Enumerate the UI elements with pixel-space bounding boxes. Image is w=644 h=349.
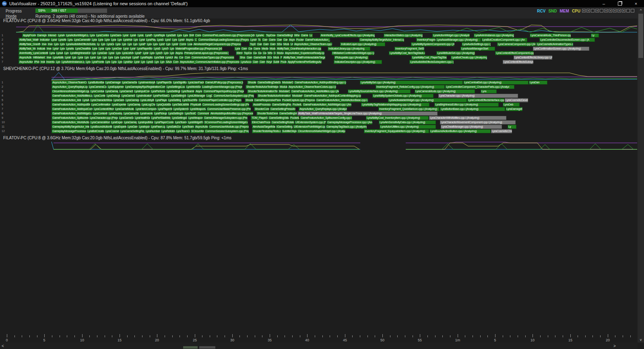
task-bar[interactable]: LyraWe xyxy=(171,42,178,46)
task-bar[interactable]: LyraTouchRegion xyxy=(182,98,198,102)
task-bar[interactable]: LyraHe xyxy=(111,60,117,64)
task-bar[interactable]: AsyncAction_I xyxy=(19,56,32,60)
task-bar[interactable]: LyraTe xyxy=(158,42,165,46)
scroll-left-icon[interactable]: < xyxy=(0,343,6,349)
task-bar[interactable]: ModularPaw xyxy=(291,94,303,98)
task-bar[interactable]: LyraTeamCreat xyxy=(175,129,190,133)
task-bar[interactable]: Shooter xyxy=(245,98,253,102)
task-bar[interactable]: IndicatorDescriptor.cpp.i (Analyzing) xyxy=(334,60,382,64)
task-bar[interactable]: LyraSet xyxy=(153,47,161,51)
task-bar[interactable]: LyraActionWidget.cpp.i (Analyzing) xyxy=(432,33,470,37)
task-bar[interactable]: LyraActivatableWidget.cpp.i (Analyzing) xyxy=(388,98,467,102)
task-bar[interactable]: TopDo xyxy=(249,42,256,46)
legend-snd[interactable]: SND xyxy=(548,9,557,13)
task-bar[interactable]: Interact xyxy=(47,33,57,37)
task-bar[interactable]: Tc xyxy=(257,38,261,42)
task-bar[interactable]: LyraTeamChe xyxy=(174,120,187,124)
task-bar[interactable]: LyraUIManagerSubs xyxy=(187,94,205,98)
task-bar[interactable]: GameplayAbilityTargetActor_Interact.cpp xyxy=(52,125,89,129)
task-bar[interactable]: LyraBotCreationComponent.cpp.i (An xyxy=(481,38,527,42)
task-bar[interactable]: LyraG xyxy=(107,56,113,60)
task-bar[interactable]: LyraCameraComponent.cpp.i (Analyzi xyxy=(497,42,536,46)
task-bar[interactable]: Lyra xyxy=(165,42,171,46)
task-bar[interactable]: LyraContextEffectComponent.cpp.i xyxy=(495,51,534,55)
graph-toggle-checkbox[interactable] xyxy=(600,9,603,12)
task-bar[interactable]: LyraContextEffe xyxy=(92,112,107,116)
vertical-scrollbar[interactable]: ^ v xyxy=(638,7,644,343)
task-bar[interactable]: G xyxy=(273,51,276,55)
task-bar[interactable]: GameS xyxy=(253,47,260,51)
task-bar[interactable]: LyraRe xyxy=(142,51,149,55)
task-bar[interactable]: Inven xyxy=(46,56,52,60)
task-bar[interactable]: LyraNe xyxy=(129,47,136,51)
task-bar[interactable]: GameFeatureAction_AddInputContextMapping… xyxy=(303,94,361,98)
horde-link[interactable]: Horde xyxy=(6,14,17,19)
task-bar[interactable]: ModularGam xyxy=(281,81,293,85)
task-bar[interactable]: CommonGame xyxy=(197,112,209,116)
task-bar[interactable]: ShooterT xyxy=(247,81,256,85)
task-bar[interactable]: Lyra xyxy=(100,42,105,46)
task-bar[interactable]: LyraAudioSettings.cpp.i (A xyxy=(462,42,491,46)
task-bar[interactable]: LyraRa xyxy=(133,60,140,64)
task-bar[interactable]: LyraIndicatorMa xyxy=(136,94,152,98)
task-bar[interactable]: LyraSettingValue xyxy=(170,94,186,98)
task-bar[interactable]: LyraAimSensitivityData.cpp.i (Analyzing) xyxy=(379,120,436,124)
legend-mem[interactable]: MEM xyxy=(560,9,569,13)
task-bar[interactable]: LyraSafeZoneEdi xyxy=(166,125,181,129)
task-bar[interactable]: LyraButtonBase.cpp.i (Analyzing) xyxy=(440,107,505,111)
task-bar[interactable]: LyraBrightnessEditor.cpp.i (Analyzing) xyxy=(434,103,499,107)
task-bar[interactable]: LyraTe xyxy=(164,38,171,42)
task-bar[interactable]: LyraGe xyxy=(108,51,115,55)
task-bar[interactable]: Inver xyxy=(47,42,53,46)
task-bar[interactable]: Load xyxy=(187,42,192,46)
task-bar[interactable]: LyraH xyxy=(115,51,121,55)
graph-toggle-checkbox[interactable]: × xyxy=(617,9,621,12)
task-bar[interactable]: AnimNotify_LyraContextEffects.cpp.i (Ana… xyxy=(320,33,375,37)
task-bar[interactable]: LyraSettingKey xyxy=(166,89,180,93)
task-bar[interactable]: LyraBo xyxy=(64,56,71,60)
task-bar[interactable]: LyraC xyxy=(234,47,240,51)
task-bar[interactable]: ShooterTestsMapTests.cpp (Prep xyxy=(252,129,281,133)
task-bar[interactable]: GameSettingD xyxy=(276,33,293,37)
task-bar[interactable]: LyraDevelopme xyxy=(108,112,122,116)
task-bar[interactable]: LyraCheatManage xyxy=(74,47,91,51)
task-bar[interactable]: GameFeatureAction_AddAbilities.cpp (Prep… xyxy=(52,94,93,98)
task-bar[interactable]: CommonUserBasicPresence.cpp (Preprocess … xyxy=(206,107,251,111)
graph-toggle-checkbox[interactable] xyxy=(591,9,594,12)
task-bar[interactable]: LyraExperienceI xyxy=(111,103,126,107)
task-bar[interactable]: InventoryFragment_SetSta xyxy=(394,47,424,51)
task-bar[interactable]: CommonStartupLoadingScreen.cpp (Preproce… xyxy=(198,38,249,42)
task-bar[interactable]: GameSettingValueSc xyxy=(279,112,297,116)
task-bar[interactable]: LyraTeamInfoI xyxy=(181,89,194,93)
task-bar[interactable]: LyraHU xyxy=(129,33,136,37)
task-bar[interactable]: LyraGa xyxy=(122,33,129,37)
task-bar[interactable]: Lyra xyxy=(55,60,60,64)
task-bar[interactable]: Ly xyxy=(591,33,599,37)
task-bar[interactable]: LyraAt xyxy=(50,38,57,42)
task-bar[interactable]: PocketLev xyxy=(292,103,302,107)
task-bar[interactable]: LyraContextEffectsLibrary.cpp.i (A xyxy=(514,56,552,60)
task-bar[interactable]: LyraActionWidget.cpp xyxy=(65,33,89,37)
task-bar[interactable]: CommonPlayerInputKey.cpp (Preprocess [x6… xyxy=(203,89,244,93)
task-bar[interactable]: LyraInputCompor xyxy=(134,89,150,93)
task-bar[interactable]: LyraPawn.cpp (P xyxy=(150,125,165,129)
task-bar[interactable]: LyraU xyxy=(163,51,169,55)
task-bar[interactable]: PocketCapture.cpp (Preprocess [x64]) xyxy=(281,98,315,102)
task-bar[interactable]: LyraTag xyxy=(155,51,163,55)
task-bar[interactable]: LyraAc xyxy=(255,33,265,37)
task-bar[interactable]: LyraAccolad xyxy=(240,60,252,64)
task-bar[interactable]: AbilityTask_GrantNearbyInteraction.cpp.i… xyxy=(276,47,321,51)
task-bar[interactable]: Modular xyxy=(279,85,287,89)
task-bar[interactable]: AsyncAction_ObserveTeam.cpp.i ( xyxy=(293,42,332,46)
task-bar[interactable]: Asy xyxy=(173,56,178,60)
task-bar[interactable]: AssistProcessor.cpp xyxy=(252,103,271,107)
task-bar[interactable]: LyraPlayerMa xyxy=(155,98,167,102)
task-bar[interactable]: Game xyxy=(246,56,252,60)
task-bar[interactable]: LyraTestCont xyxy=(184,112,196,116)
task-bar[interactable]: GameSettingPressAnyKey.cpp xyxy=(270,107,295,111)
task-bar[interactable]: LyraS xyxy=(140,60,145,64)
task-bar[interactable]: LyraContextEffectsLib xyxy=(93,107,114,111)
task-bar[interactable]: LyraGameplayI xyxy=(127,103,140,107)
task-bar[interactable]: Whe xyxy=(293,33,300,37)
task-bar[interactable]: LyraHeroComponent.cpp xyxy=(135,107,157,111)
